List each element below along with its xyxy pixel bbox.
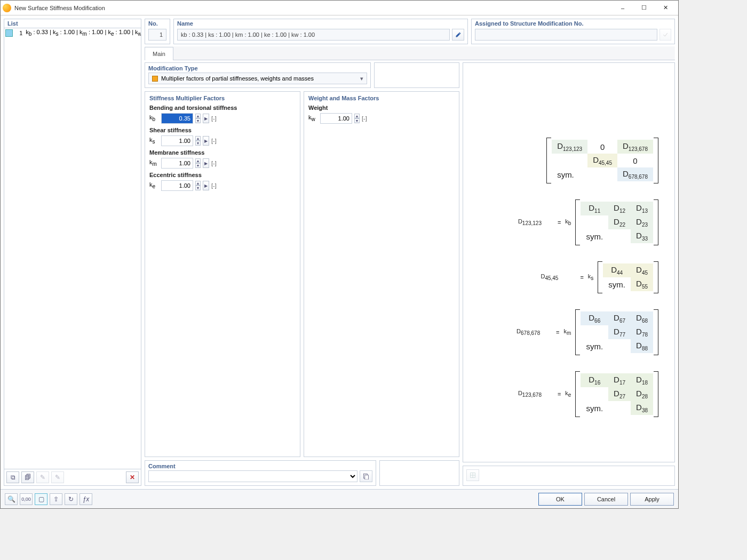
shear-stepper[interactable]: ▲▼ xyxy=(195,136,201,146)
membrane-symbol: km xyxy=(149,159,159,167)
membrane-label: Membrane stiffness xyxy=(149,149,296,156)
tool-precision-button[interactable]: 0,00 xyxy=(20,493,33,505)
matrix-eq-ke: D123,678=ke D16D17D18 D27D28 sym.D38 xyxy=(518,371,658,417)
comment-label: Comment xyxy=(148,461,372,470)
notes-icon xyxy=(363,473,369,479)
modification-type-select[interactable]: Multiplier factors of partial stiffnesse… xyxy=(148,73,367,84)
bending-input[interactable] xyxy=(161,113,193,124)
maximize-button[interactable]: ☐ xyxy=(633,2,655,14)
comment-extra-button[interactable] xyxy=(360,470,372,482)
membrane-input[interactable] xyxy=(161,158,193,169)
secondary-stub xyxy=(379,460,459,486)
pick-assigned-button xyxy=(659,29,671,41)
svg-rect-1 xyxy=(365,475,369,479)
minimize-button[interactable]: – xyxy=(612,2,633,14)
weight-stepper[interactable]: ▲▼ xyxy=(354,114,360,123)
tool-fx-button[interactable]: ƒx xyxy=(80,493,92,505)
bending-symbol: kb xyxy=(149,114,159,122)
list-new-button[interactable]: ⧉ xyxy=(6,471,19,483)
spacer-panel xyxy=(374,62,459,88)
formula-preview: D123,1230D123,678 D45,450 sym.D678,678 xyxy=(463,62,675,462)
no-label: No. xyxy=(145,19,170,28)
list-delete-button[interactable]: ✕ xyxy=(126,471,139,483)
titlebar: New Surface Stiffness Modification – ☐ ✕ xyxy=(1,1,678,15)
no-input[interactable] xyxy=(148,29,166,41)
preview-tool-button xyxy=(466,469,479,481)
tool-zoom-button[interactable]: 🔍 xyxy=(5,493,18,505)
list-item[interactable]: 1 kb : 0.33 | ks : 1.00 | km : 1.00 | ke… xyxy=(4,28,141,38)
dialog-window: New Surface Stiffness Modification – ☐ ✕… xyxy=(0,0,679,509)
comment-select[interactable] xyxy=(148,470,357,482)
tool-box-button[interactable]: ▢ xyxy=(35,493,47,505)
list-body[interactable]: 1 kb : 0.33 | ks : 1.00 | km : 1.00 | ke… xyxy=(4,28,141,469)
pick-icon xyxy=(662,31,669,38)
tab-main[interactable]: Main xyxy=(145,47,173,60)
shear-input[interactable] xyxy=(161,135,193,146)
list-tool1-button: ✎ xyxy=(36,471,49,483)
bending-menu-button[interactable]: ▶ xyxy=(203,114,209,123)
name-box: Name xyxy=(173,19,468,44)
name-label: Name xyxy=(174,19,467,28)
tool-arrow-button[interactable]: ⇪ xyxy=(50,493,62,505)
modification-type-value: Multiplier factors of partial stiffnesse… xyxy=(161,75,357,82)
comment-panel: Comment xyxy=(145,460,376,486)
eccentric-menu-button[interactable]: ▶ xyxy=(203,181,209,190)
apply-button[interactable]: Apply xyxy=(630,493,674,506)
shear-symbol: ks xyxy=(149,137,159,145)
assigned-input[interactable] xyxy=(475,29,657,41)
ok-button[interactable]: OK xyxy=(538,493,582,506)
weight-label: Weight xyxy=(308,105,455,111)
membrane-stepper[interactable]: ▲▼ xyxy=(195,158,201,168)
eccentric-input[interactable] xyxy=(161,180,193,191)
stiffness-factors-title: Stiffness Multiplier Factors xyxy=(149,95,296,101)
weight-factors-panel: Weight and Mass Factors Weight kw ▲▼ [-] xyxy=(304,91,459,457)
modtype-swatch-icon xyxy=(152,76,158,82)
list-item-swatch xyxy=(5,29,13,37)
membrane-unit: [-] xyxy=(211,160,217,166)
close-button[interactable]: ✕ xyxy=(655,2,676,14)
membrane-menu-button[interactable]: ▶ xyxy=(203,158,209,168)
list-copy-button[interactable]: 🗐 xyxy=(21,471,34,483)
edit-name-button[interactable] xyxy=(452,29,464,41)
matrix-top: D123,1230D123,678 D45,450 sym.D678,678 xyxy=(546,138,658,183)
name-input[interactable] xyxy=(177,29,450,41)
no-box: No. xyxy=(145,19,170,44)
assigned-box: Assigned to Structure Modification No. xyxy=(471,19,675,44)
weight-input[interactable] xyxy=(320,113,352,124)
list-panel: List 1 kb : 0.33 | ks : 1.00 | km : 1.00… xyxy=(4,19,141,486)
bottom-bar: 🔍 0,00 ▢ ⇪ ↻ ƒx OK Cancel Apply xyxy=(1,489,678,508)
shear-label: Shear stiffness xyxy=(149,127,296,133)
shear-menu-button[interactable]: ▶ xyxy=(203,136,209,146)
list-tool2-button: ✎ xyxy=(51,471,64,483)
eccentric-stepper[interactable]: ▲▼ xyxy=(195,181,201,190)
weight-symbol: kw xyxy=(308,114,318,122)
shear-unit: [-] xyxy=(211,138,217,144)
stiffness-factors-panel: Stiffness Multiplier Factors Bending and… xyxy=(145,91,300,457)
tab-strip: Main xyxy=(145,46,675,60)
pencil-icon xyxy=(455,31,462,38)
matrix-eq-km: D678,678=km D66D67D68 D77D78 sym.D88 xyxy=(516,309,658,355)
list-item-label: kb : 0.33 | ks : 1.00 | km : 1.00 | ke :… xyxy=(26,29,141,37)
weight-factors-title: Weight and Mass Factors xyxy=(308,95,455,101)
assigned-label: Assigned to Structure Modification No. xyxy=(472,19,674,28)
matrix-eq-kb: D123,123=kb D11D12D13 D22D23 sym.D33 xyxy=(518,199,658,245)
modification-type-panel: Modification Type Multiplier factors of … xyxy=(145,62,371,88)
weight-unit: [-] xyxy=(362,115,367,122)
preview-tool-stub xyxy=(463,466,675,486)
modification-type-label: Modification Type xyxy=(145,63,370,73)
list-header: List xyxy=(4,19,141,28)
list-item-index: 1 xyxy=(16,30,22,36)
matrix-eq-ks: D45,45=ks D44D45 sym.D55 xyxy=(541,261,658,293)
eccentric-label: Eccentric stiffness xyxy=(149,172,296,178)
window-title: New Surface Stiffness Modification xyxy=(14,5,612,11)
cancel-button[interactable]: Cancel xyxy=(584,493,628,506)
tool-refresh-button[interactable]: ↻ xyxy=(65,493,77,505)
bending-unit: [-] xyxy=(211,115,217,122)
bending-stepper[interactable]: ▲▼ xyxy=(195,114,201,123)
chevron-down-icon: ▾ xyxy=(360,75,363,82)
app-icon xyxy=(3,4,11,12)
grid-icon xyxy=(470,472,476,478)
eccentric-unit: [-] xyxy=(211,182,217,189)
eccentric-symbol: ke xyxy=(149,181,159,189)
bending-label: Bending and torsional stiffness xyxy=(149,105,296,111)
